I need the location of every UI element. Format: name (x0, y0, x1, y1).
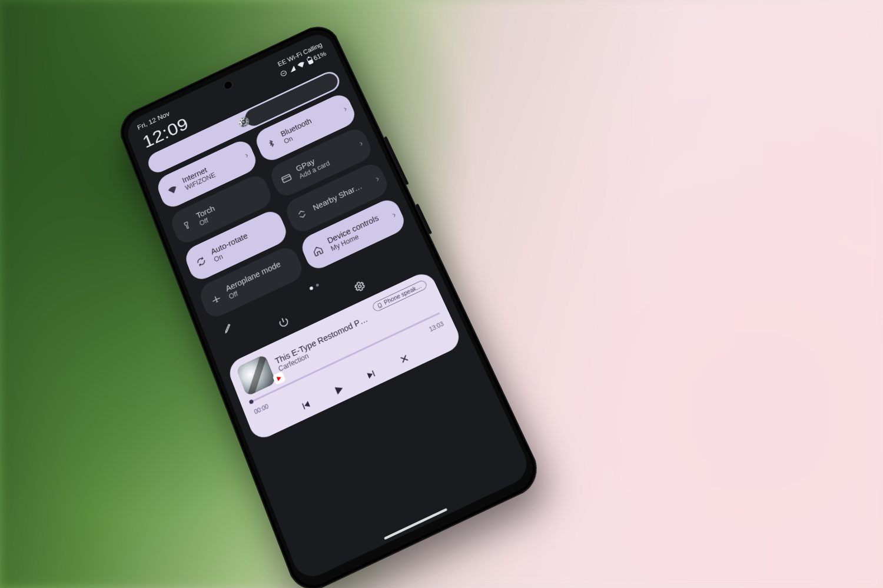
media-prev-button[interactable] (297, 397, 314, 414)
media-progress[interactable] (249, 312, 440, 403)
edit-tiles-button[interactable] (220, 319, 237, 336)
svg-rect-2 (281, 174, 291, 183)
airplane-icon (209, 291, 223, 305)
screen: Fri, 12 Nov 12:09 EE Wi-Fi Calling (123, 29, 533, 583)
battery-percent: 61% (313, 50, 327, 62)
media-thumbnail (235, 354, 276, 397)
bluetooth-icon (264, 137, 278, 150)
svg-rect-4 (377, 303, 382, 308)
power-button[interactable] (275, 314, 292, 331)
media-artist: Carfection (277, 321, 374, 373)
home-icon (311, 244, 326, 258)
svg-point-1 (241, 119, 246, 124)
media-play-button[interactable] (330, 381, 347, 398)
wifi-icon (297, 61, 306, 69)
phone-frame: Fri, 12 Nov 12:09 EE Wi-Fi Calling (114, 19, 546, 588)
phone-body: Fri, 12 Nov 12:09 EE Wi-Fi Calling (114, 19, 546, 588)
media-title: This E-Type Restomod Prot… (274, 313, 371, 366)
rotate-icon (194, 255, 208, 268)
media-output-chip[interactable]: Phone speak… (371, 279, 428, 313)
media-next-button[interactable] (363, 366, 380, 383)
svg-point-3 (358, 284, 361, 288)
card-icon (280, 172, 293, 184)
settings-button[interactable] (351, 278, 368, 295)
media-close-button[interactable] (396, 350, 413, 368)
scene: Fri, 12 Nov 12:09 EE Wi-Fi Calling (0, 0, 883, 588)
flashlight-icon (180, 218, 194, 232)
page-indicator (309, 283, 320, 290)
nearby-share-icon (295, 207, 309, 221)
media-duration: 13:03 (429, 321, 445, 333)
media-elapsed: 00:00 (253, 403, 269, 416)
youtube-icon (272, 371, 286, 386)
wifi-icon (167, 184, 180, 195)
gesture-nav-pill[interactable] (384, 508, 447, 540)
svg-point-5 (380, 306, 380, 307)
spacer (397, 244, 406, 248)
media-output-label: Phone speak… (383, 283, 423, 306)
signal-icon (289, 66, 296, 73)
dnd-icon (279, 69, 288, 78)
